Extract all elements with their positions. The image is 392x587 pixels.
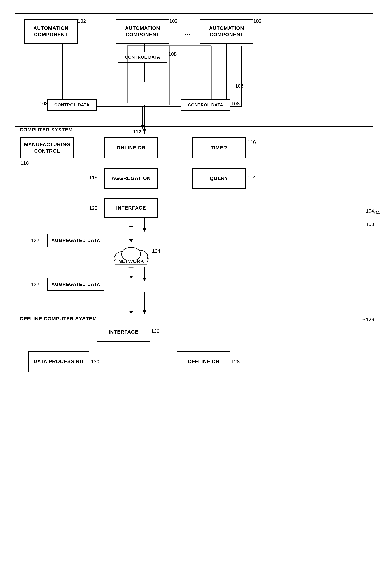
svg-marker-33 [129,276,133,278]
ref-126: 126 [366,317,374,323]
network-cloud: NETWORK [110,242,152,269]
outer-region-100 [15,13,374,225]
ref-130: 130 [91,359,99,365]
ref-122-b: 122 [31,282,39,288]
ref-126-tilde: ~ [362,316,365,322]
ref-100: 100 [366,221,374,227]
aggregated-data-1: AGGREGATED DATA [47,234,104,247]
ref-128: 128 [231,359,240,365]
offline-system-label: OFFLINE COMPUTER SYSTEM [18,316,98,322]
aggregated-data-2: AGGREGATED DATA [47,278,104,291]
ref-124: 124 [152,248,160,254]
svg-marker-29 [129,226,133,227]
diagram: AUTOMATION COMPONENT 102 AUTOMATION COMP… [9,8,383,561]
svg-marker-10 [142,278,146,282]
svg-marker-42 [129,311,133,314]
ref-122-a: 122 [31,238,39,244]
data-processing: DATA PROCESSING [28,351,89,372]
svg-marker-12 [142,310,146,314]
offline-db: OFFLINE DB [177,351,230,372]
svg-marker-31 [129,240,133,242]
svg-text:NETWORK: NETWORK [118,258,144,264]
ref-132: 132 [151,328,159,334]
interface-2: INTERFACE [97,322,150,342]
svg-marker-8 [142,228,146,232]
